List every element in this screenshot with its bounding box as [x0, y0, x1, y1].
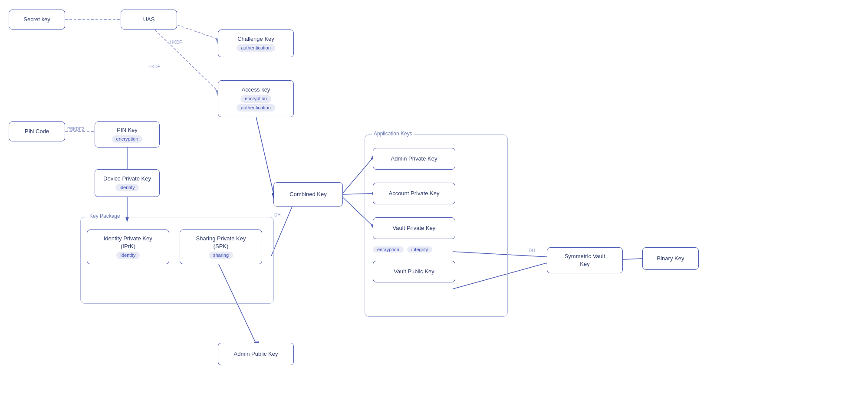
key-package-label: Key Package: [88, 213, 122, 219]
svg-line-4: [149, 24, 218, 91]
symmetric-vault-key-label: Symmetric VaultKey: [565, 252, 605, 268]
app-keys-group: Application Keys Admin Private Key Accou…: [365, 134, 508, 317]
svg-line-26: [623, 259, 642, 259]
identity-private-key-box: identity Private Key(IPrK) identity: [87, 230, 169, 264]
device-private-key-box: Device Private Key identity: [95, 169, 160, 197]
challenge-key-box: Challenge Key authentication: [218, 30, 294, 57]
hkdf2-label: HKDF: [148, 64, 160, 69]
pin-code-label: PIN Code: [25, 128, 49, 135]
account-private-key-box: Account Private Key: [373, 183, 455, 204]
pin-key-badge-encryption: encryption: [112, 135, 143, 143]
pin-key-label: PIN Key: [117, 126, 138, 134]
admin-public-key-label: Admin Public Key: [234, 350, 278, 358]
vault-public-key-box: Vault Public Key: [373, 261, 455, 282]
access-key-label: Access key: [242, 86, 270, 94]
svg-line-14: [271, 200, 295, 256]
access-key-badge-authentication: authentication: [237, 104, 275, 111]
sharing-private-key-label: Sharing Private Key(SPK): [196, 235, 246, 250]
key-package-group: Key Package identity Private Key(IPrK) i…: [80, 217, 274, 304]
device-private-key-badge-identity: identity: [115, 184, 139, 191]
access-key-badge-encryption: encryption: [240, 95, 271, 102]
secret-key-box: Secret key: [9, 10, 65, 30]
admin-private-key-label: Admin Private Key: [391, 155, 437, 163]
combined-key-box: Combined Key: [273, 182, 343, 207]
vault-private-key-box: Vault Private Key: [373, 217, 455, 239]
diagram: UAS dashed --> Challenge Key dashed --> …: [0, 0, 868, 400]
sharing-private-key-box: Sharing Private Key(SPK) sharing: [180, 230, 262, 264]
hkdf1-label: HKDF: [170, 40, 182, 45]
admin-private-key-box: Admin Private Key: [373, 148, 455, 170]
vault-public-key-label: Vault Public Key: [394, 268, 434, 275]
sharing-private-key-badge: sharing: [209, 252, 233, 259]
account-private-key-label: Account Private Key: [388, 190, 439, 197]
secret-key-label: Secret key: [23, 16, 50, 23]
challenge-key-label: Challenge Key: [237, 35, 274, 43]
vault-badge-encryption: encryption: [373, 246, 404, 252]
app-keys-label: Application Keys: [372, 131, 414, 137]
vault-private-key-label: Vault Private Key: [393, 224, 436, 232]
pbkdf2-label: PBKDF2: [67, 127, 84, 131]
admin-public-key-box: Admin Public Key: [218, 343, 294, 365]
uas-box: UAS: [121, 10, 177, 30]
device-private-key-label: Device Private Key: [103, 175, 151, 183]
symmetric-vault-key-box: Symmetric VaultKey: [547, 247, 623, 273]
binary-key-box: Binary Key: [642, 247, 699, 270]
svg-line-10: [256, 115, 273, 193]
pin-code-box: PIN Code: [9, 121, 65, 141]
identity-private-key-label: identity Private Key(IPrK): [104, 235, 152, 250]
dh2-label: DH: [529, 248, 535, 253]
binary-key-label: Binary Key: [657, 255, 684, 262]
identity-private-key-badge: identity: [116, 252, 140, 259]
pin-key-box: PIN Key encryption: [95, 121, 160, 148]
uas-label: UAS: [143, 16, 155, 23]
dh1-label: DH: [274, 213, 280, 217]
challenge-key-badge-authentication: authentication: [237, 44, 275, 52]
access-key-box: Access key encryption authentication: [218, 80, 294, 117]
combined-key-label: Combined Key: [289, 190, 326, 198]
vault-badge-integrity: integrity: [407, 246, 433, 252]
